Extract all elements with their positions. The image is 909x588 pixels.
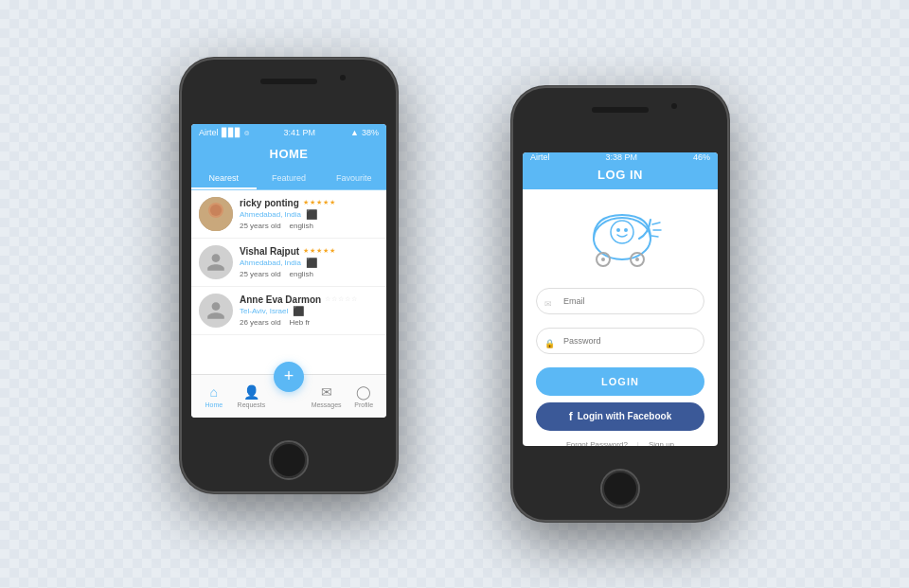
user-name-row-2: Vishal Rajput ★ ★ ★ ★ ★	[240, 246, 379, 257]
user-location-2: Ahmedabad, India	[240, 258, 301, 267]
speaker-left	[260, 79, 317, 84]
links-divider: |	[637, 440, 639, 446]
user-name-1: ricky ponting	[240, 198, 299, 208]
tab-favourite[interactable]: Favourite	[321, 169, 386, 189]
user-location-1: Ahmedabad, India	[240, 210, 301, 219]
profile-icon: ◯	[356, 384, 371, 400]
login-header: LOG IN	[523, 162, 718, 189]
login-screen: Airtel 3:38 PM 46% LOG IN	[523, 152, 718, 446]
wifi-icon-left: ▲	[350, 128, 359, 137]
user-info-2: Vishal Rajput ★ ★ ★ ★ ★ Ahmeda	[240, 246, 379, 278]
battery-left: 38%	[362, 128, 379, 137]
nav-requests-label: Requests	[238, 401, 266, 408]
facebook-icon: f	[569, 410, 573, 423]
tab-featured[interactable]: Featured	[257, 169, 322, 189]
password-field[interactable]	[536, 328, 704, 354]
carrier-right: Airtel	[530, 152, 550, 162]
svg-point-4	[611, 221, 633, 243]
phones-container: Airtel ▊▊▊ ⌾ 3:41 PM ▲ 38% HOME N	[123, 29, 786, 560]
status-bar-left: Airtel ▊▊▊ ⌾ 3:41 PM ▲ 38%	[191, 124, 386, 141]
nav-home-label: Home	[205, 401, 223, 408]
carrier-left: Airtel	[199, 128, 219, 137]
wifi-left: ⌾	[244, 128, 249, 137]
add-button[interactable]: +	[274, 362, 304, 392]
user-details-2: 25 years old english	[240, 270, 379, 278]
home-button-left[interactable]	[269, 440, 309, 480]
stars-1: ★ ★ ★ ★ ★	[303, 199, 335, 206]
user-name-row-3: Anne Eva Darmon ☆ ☆ ☆ ☆ ☆	[240, 294, 379, 305]
camera-icon-3: ⬛	[293, 306, 304, 316]
stars-2: ★ ★ ★ ★ ★	[303, 247, 335, 255]
stars-3: ☆ ☆ ☆ ☆ ☆	[325, 295, 357, 303]
nav-profile[interactable]: ◯ Profile	[345, 384, 383, 408]
camera-icon-1: ⬛	[306, 209, 317, 220]
user-location-row-1: Ahmedabad, India ⬛	[240, 209, 379, 220]
nav-messages-label: Messages	[312, 401, 342, 408]
app-header-left: HOME	[191, 141, 386, 169]
home-button-right[interactable]	[600, 469, 640, 508]
battery-right: 46%	[693, 152, 710, 162]
user-location-3: Tel-Aviv, Israel	[240, 307, 288, 315]
user-list: ricky ponting ★ ★ ★ ★ ★ Ahmeda	[191, 190, 386, 374]
user-info-3: Anne Eva Darmon ☆ ☆ ☆ ☆ ☆ Tel	[240, 294, 379, 327]
email-icon: ✉	[544, 299, 552, 309]
svg-point-8	[601, 258, 605, 261]
home-icon: ⌂	[210, 384, 218, 400]
user-details-1: 25 years old english	[240, 222, 379, 230]
email-field[interactable]	[536, 288, 704, 314]
home-screen: Airtel ▊▊▊ ⌾ 3:41 PM ▲ 38% HOME N	[191, 124, 386, 418]
forgot-password-link[interactable]: Forgot Password?	[566, 440, 628, 446]
user-name-3: Anne Eva Darmon	[240, 294, 321, 305]
phone-right: Airtel 3:38 PM 46% LOG IN	[511, 86, 729, 522]
email-wrapper: ✉	[536, 288, 704, 321]
user-location-row-2: Ahmedabad, India ⬛	[240, 258, 379, 268]
facebook-button-label: Login with Facebook	[578, 411, 671, 421]
avatar-placeholder-2	[199, 245, 233, 279]
user-name-row-1: ricky ponting ★ ★ ★ ★ ★	[240, 198, 379, 208]
tab-nearest[interactable]: Nearest	[191, 169, 257, 189]
camera-left	[340, 75, 346, 80]
tab-bar: Nearest Featured Favourite	[191, 169, 386, 190]
status-bar-right-info: ▲ 38%	[350, 128, 379, 137]
bottom-nav: ⌂ Home 👤 Requests + ✉ Messages	[191, 374, 386, 418]
lock-icon: 🔒	[544, 339, 555, 348]
login-button[interactable]: LOGIN	[536, 367, 704, 396]
avatar-placeholder-3	[199, 294, 233, 328]
user-details-3: 26 years old Heb fr	[240, 318, 379, 327]
svg-point-6	[624, 228, 628, 232]
speaker-right	[592, 107, 649, 113]
camera-right	[671, 103, 677, 109]
app-logo	[578, 201, 663, 276]
avatar-1	[199, 197, 233, 231]
nav-messages[interactable]: ✉ Messages	[308, 384, 346, 408]
user-item-3[interactable]: Anne Eva Darmon ☆ ☆ ☆ ☆ ☆ Tel	[191, 287, 386, 335]
requests-icon: 👤	[243, 384, 259, 400]
login-body: ✉ 🔒 LOGIN f Login with Facebook	[523, 189, 718, 446]
user-name-2: Vishal Rajput	[240, 246, 299, 257]
time-right: 3:38 PM	[605, 152, 637, 162]
facebook-login-button[interactable]: f Login with Facebook	[536, 402, 704, 431]
login-title: LOG IN	[523, 168, 718, 182]
user-info-1: ricky ponting ★ ★ ★ ★ ★ Ahmeda	[240, 198, 379, 230]
status-bar-left-info: Airtel ▊▊▊ ⌾	[199, 128, 249, 137]
password-wrapper: 🔒	[536, 328, 704, 361]
svg-point-10	[635, 258, 639, 261]
home-screen-container: Airtel ▊▊▊ ⌾ 3:41 PM ▲ 38% HOME N	[191, 124, 386, 418]
phone-left: Airtel ▊▊▊ ⌾ 3:41 PM ▲ 38% HOME N	[180, 58, 398, 493]
nav-home[interactable]: ⌂ Home	[195, 384, 233, 408]
signal-bars-left: ▊▊▊	[222, 128, 241, 137]
time-left: 3:41 PM	[284, 128, 316, 137]
home-title: HOME	[191, 147, 386, 161]
svg-point-5	[616, 228, 620, 232]
user-location-row-3: Tel-Aviv, Israel ⬛	[240, 306, 379, 316]
user-item-1[interactable]: ricky ponting ★ ★ ★ ★ ★ Ahmeda	[191, 190, 386, 239]
user-item-2[interactable]: Vishal Rajput ★ ★ ★ ★ ★ Ahmeda	[191, 239, 386, 287]
avatar-3	[199, 294, 233, 328]
svg-point-2	[210, 205, 222, 216]
sign-up-link[interactable]: Sign up	[649, 440, 674, 446]
nav-requests[interactable]: 👤 Requests	[233, 384, 271, 408]
camera-icon-2: ⬛	[306, 258, 317, 268]
nav-profile-label: Profile	[354, 401, 373, 408]
status-bar-right: Airtel 3:38 PM 46%	[523, 152, 718, 162]
messages-icon: ✉	[321, 384, 332, 400]
